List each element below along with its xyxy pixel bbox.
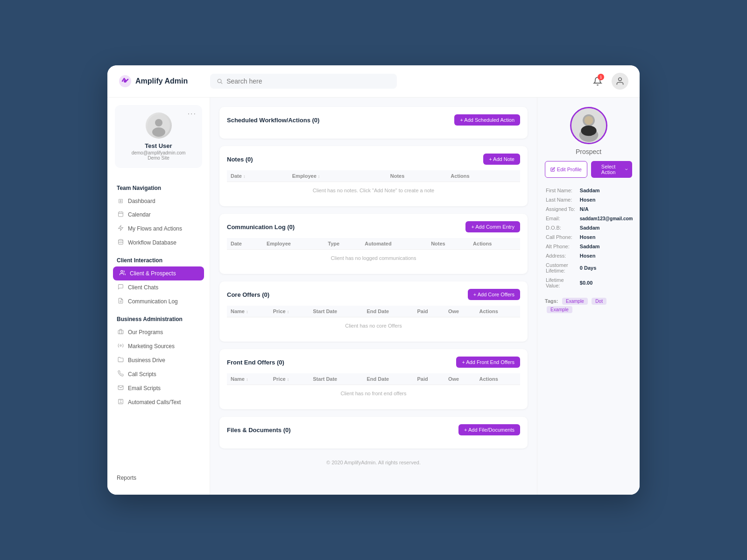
core-offers-empty-text: Client has no core Offers [227,317,520,335]
flows-icon [117,225,124,232]
fe-col-price[interactable]: Price ↕ [269,373,310,385]
svg-point-24 [581,126,596,136]
files-documents-header: Files & Documents (0) + Add File/Documen… [227,424,520,435]
select-action-label: Select Action [595,164,622,175]
info-row-address: Address: Hosen [546,252,633,260]
fe-col-end: End Date [363,373,413,385]
workflow-icon [117,239,124,246]
notification-badge: 1 [598,74,604,80]
info-row-call-phone: Call Phone: Hosen [546,233,633,241]
search-bar[interactable] [210,74,397,89]
marketing-icon [117,343,124,350]
notes-col-date[interactable]: Date ↕ [227,170,289,182]
info-row-dob: D.O.B: Saddam [546,224,633,232]
front-end-offers-section: Front End Offers (0) + Add Front End Off… [219,349,528,409]
sidebar-item-automated-calls[interactable]: Automated Calls/Text [107,395,210,409]
chats-icon [117,284,124,291]
sidebar-item-label: Client & Prospects [130,270,176,277]
notification-button[interactable]: 1 [589,73,606,90]
footer-text: © 2020 AmplifyAdmin. All rights reserved… [326,460,421,465]
main-layout: ··· Test User demo@amplifyadmin.com Demo… [107,98,640,495]
select-action-button[interactable]: Select Action [591,161,633,178]
search-input[interactable] [226,77,390,85]
sidebar-item-clients-prospects[interactable]: Client & Prospects [113,266,204,280]
sidebar-item-call-scripts[interactable]: Call Scripts [107,367,210,381]
front-end-offers-table-container: Name ↕ Price ↕ Start Date End Date Paid … [227,373,520,402]
add-note-button[interactable]: + Add Note [483,154,520,165]
core-col-actions: Actions [475,306,520,317]
add-comm-entry-button[interactable]: + Add Comm Entry [465,221,520,232]
fe-col-name[interactable]: Name ↕ [227,373,269,385]
profile-actions: Edit Profile Select Action [545,161,632,178]
svg-point-18 [120,345,121,346]
comm-col-notes: Notes [427,238,469,250]
notes-table-container: Date ↕ Employee ↕ Notes Actions Client h… [227,170,520,199]
comm-col-actions: Actions [469,238,520,250]
core-col-price[interactable]: Price ↕ [269,306,310,317]
sidebar-user-site: Demo Site [120,155,197,161]
tag-example1[interactable]: Example [562,298,588,305]
edit-profile-label: Edit Profile [557,167,582,172]
user-profile-button[interactable] [612,73,628,90]
sidebar-item-label: Calendar [128,211,151,218]
sidebar-item-workflow-db[interactable]: Workflow Database [107,236,210,250]
notes-col-employee[interactable]: Employee ↕ [289,170,387,182]
info-value-lifetime: 0 Days [580,261,633,275]
clients-icon [119,270,126,277]
sidebar-item-marketing[interactable]: Marketing Sources [107,339,210,353]
front-end-offers-header: Front End Offers (0) + Add Front End Off… [227,357,520,368]
sidebar-item-calendar[interactable]: Calendar [107,208,210,222]
user-icon [615,77,625,86]
sidebar-item-label: Call Scripts [128,371,156,378]
core-col-name[interactable]: Name ↕ [227,306,269,317]
sidebar-item-business-drive[interactable]: Business Drive [107,353,210,367]
tag-dot[interactable]: Dot [592,298,606,305]
sidebar-item-our-programs[interactable]: Our Programs [107,325,210,339]
core-col-owe: Owe [444,306,476,317]
core-offers-section: Core Offers (0) + Add Core Offers Name ↕… [219,281,528,342]
sidebar-item-email-scripts[interactable]: Email Scripts [107,381,210,395]
prospect-avatar [570,107,607,144]
scheduled-workflow-header: Scheduled Workflow/Actions (0) + Add Sch… [227,114,520,126]
client-interaction-label: Client Interaction [107,253,210,266]
info-label-dob: D.O.B: [546,224,579,232]
sidebar-item-label: My Flows and Actions [128,225,182,232]
user-card: ··· Test User demo@amplifyadmin.com Demo… [115,105,202,168]
logo-area: Amplify Admin [119,75,203,88]
footer: © 2020 AmplifyAdmin. All rights reserved… [219,456,528,469]
notes-empty-text: Client has no notes. Click "Add Note" to… [227,182,520,199]
user-card-options[interactable]: ··· [188,110,197,118]
svg-marker-12 [118,225,123,231]
info-label-firstname: First Name: [546,186,579,195]
add-core-offers-button[interactable]: + Add Core Offers [468,289,520,300]
sidebar-item-client-chats[interactable]: Client Chats [107,280,210,294]
info-value-assigned: N/A [580,205,633,213]
tags-label: Tags: [545,298,558,304]
core-col-start: Start Date [309,306,363,317]
call-icon [117,371,124,378]
fe-col-paid: Paid [413,373,444,385]
info-label-lifetime: CustomerLifetime: [546,261,579,275]
tag-example2[interactable]: Example [547,306,572,313]
reports-link[interactable]: Reports [117,475,136,481]
info-value-lifetime-value: $0.00 [580,276,633,290]
core-col-end: End Date [363,306,413,317]
core-offers-table: Name ↕ Price ↕ Start Date End Date Paid … [227,306,520,334]
sidebar-item-my-flows[interactable]: My Flows and Actions [107,222,210,236]
edit-profile-button[interactable]: Edit Profile [545,161,587,178]
info-value-firstname: Saddam [580,186,633,195]
sidebar-item-comm-log[interactable]: Communication Log [107,294,210,308]
svg-point-1 [124,80,127,83]
scheduled-workflow-section: Scheduled Workflow/Actions (0) + Add Sch… [219,107,528,139]
sidebar-item-label: Email Scripts [128,385,161,392]
add-file-documents-button[interactable]: + Add File/Documents [458,424,520,435]
svg-point-14 [120,271,122,273]
notes-header: Notes (0) + Add Note [227,154,520,165]
add-scheduled-action-button[interactable]: + Add Scheduled Action [454,114,520,126]
app-name: Amplify Admin [135,77,188,85]
sidebar-item-dashboard[interactable]: ⊞ Dashboard [107,194,210,208]
info-row-lifetime-value: LifetimeValue: $0.00 [546,276,633,290]
front-end-offers-empty-text: Client has no front end offers [227,385,520,402]
add-front-end-offers-button[interactable]: + Add Front End Offers [456,357,520,368]
front-end-offers-table: Name ↕ Price ↕ Start Date End Date Paid … [227,373,520,402]
